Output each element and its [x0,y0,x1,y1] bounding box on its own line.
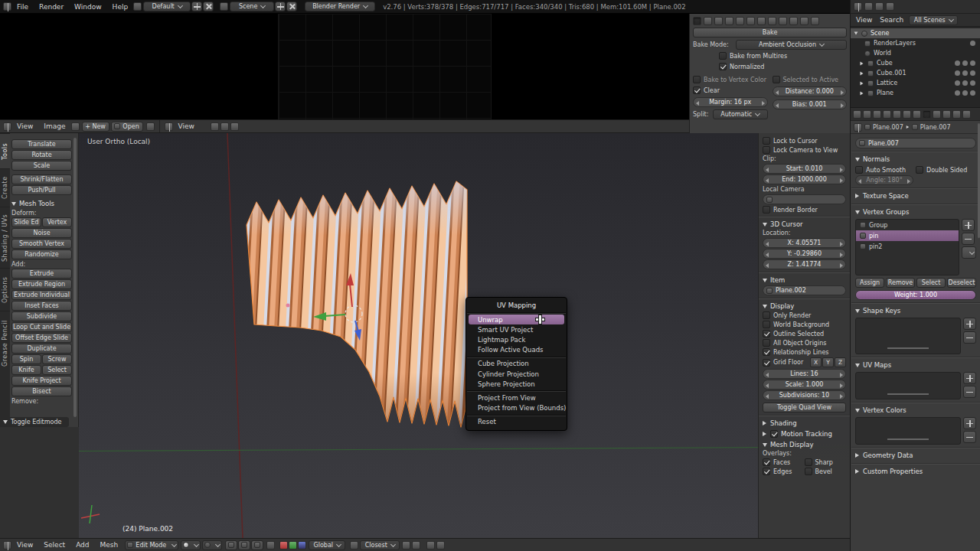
orientation-dropdown[interactable]: Global [309,540,345,550]
renderability-icon[interactable] [970,60,975,66]
selectability-icon[interactable] [962,60,968,66]
screw-button[interactable]: Screw [42,354,72,364]
mesh-display-panel-header[interactable]: Mesh Display [763,439,846,450]
clear-checkbox[interactable]: Clear [693,86,768,94]
modifiers-tab-icon[interactable] [757,17,766,25]
render-restrict-icon[interactable] [970,41,975,46]
menu-item-sphere-projection[interactable]: Sphere Projection [467,379,566,389]
render-engine-selector[interactable]: Blender Render [305,2,375,11]
layout-add-button[interactable] [191,2,202,11]
constraints-tab-icon[interactable] [903,110,911,119]
grid-floor-checkbox[interactable]: Grid Floor [763,359,809,367]
snap-element-icon[interactable] [402,541,410,549]
expand-icon[interactable] [861,81,864,85]
image-open-button[interactable]: Open [111,122,143,132]
extrude-button[interactable]: Extrude [11,269,72,279]
lock-to-cursor-checkbox[interactable]: Lock to Cursor [763,137,846,145]
shrink-flatten-button[interactable]: Shrink/Flatten [11,174,72,184]
cursor-y-field[interactable]: Y: -0.29860 [763,249,846,259]
image-menu-image[interactable]: Image [38,120,70,132]
view-menu[interactable]: View [11,539,38,551]
render-opengl-icon[interactable] [426,541,435,549]
vertex-select-mode-button[interactable] [225,540,237,550]
extrude-region-button[interactable]: Extrude Region [11,279,72,289]
menu-item-project-from-view[interactable]: Project From View [467,393,566,403]
toggle-quad-view-button[interactable]: Toggle Quad View [763,403,846,412]
mesh-object-plane002[interactable] [247,181,467,427]
last-operator-panel[interactable]: Toggle Editmode [0,417,69,427]
data-tab-icon[interactable] [923,110,931,119]
split-dropdown[interactable]: Automatic [713,109,768,119]
auto-smooth-angle-field[interactable]: Angle: 180° [855,175,913,185]
select-menu[interactable]: Select [38,539,70,551]
group-specials-button[interactable] [962,246,976,259]
particles-tab-icon[interactable] [800,17,808,25]
selectability-icon[interactable] [962,90,968,96]
custom-properties-panel-header[interactable]: Custom Properties [855,466,976,477]
editor-type-icon[interactable] [3,541,11,549]
spin-button[interactable]: Spin [11,354,41,364]
bake-button[interactable]: Bake [693,28,847,37]
item-name-field[interactable]: Plane.002 [763,285,846,295]
visibility-icon[interactable] [955,60,960,66]
outliner-item-renderlayers[interactable]: RenderLayers [851,38,980,48]
layout-selector[interactable]: Default [143,2,191,11]
grid-subdivisions-field[interactable]: Subdivisions: 10 [763,390,846,400]
push-pull-button[interactable]: Push/Pull [11,185,72,195]
texture-space-panel-header[interactable]: Texture Space [855,191,976,201]
vertex-group-item-active[interactable]: pin [856,230,959,241]
render-opengl-anim-icon[interactable] [436,541,445,549]
visibility-icon[interactable] [955,90,960,96]
manipulator-translate-icon[interactable] [279,541,288,549]
outliner-item-cube001[interactable]: Cube.001 [851,68,980,78]
physics-tab-icon[interactable] [811,17,819,25]
tab-grease-pencil[interactable]: Grease Pencil [0,311,10,375]
clip-grid-icon[interactable] [220,122,229,131]
remove-group-button[interactable] [962,233,975,245]
world-background-checkbox[interactable]: World Background [763,321,846,328]
add-shape-key-button[interactable] [963,318,976,330]
cursor-z-field[interactable]: Z: 1.41774 [763,259,846,269]
outliner-item-world[interactable]: World [851,48,980,58]
bias-field[interactable]: Bias: 0.001 [773,99,848,109]
outliner-filter-icon[interactable] [864,2,873,11]
scale-button[interactable]: Scale [11,161,72,171]
pin-icon[interactable] [146,122,155,131]
mesh-name-field[interactable]: Plane.007 [855,138,976,148]
lock-camera-checkbox[interactable]: Lock Camera to View [763,146,846,154]
pivot-dropdown[interactable] [202,540,222,550]
object-tab-icon[interactable] [893,110,901,119]
menu-item-unwrap[interactable]: Unwrap [469,315,564,324]
add-menu[interactable]: Add [70,539,94,551]
outliner-view-menu[interactable]: View [852,14,876,26]
editor-type-icon[interactable] [854,2,862,11]
vertex-groups-panel-header[interactable]: Vertex Groups [855,207,976,217]
outliner-item-cube[interactable]: Cube [851,58,980,68]
menu-item-cylinder-projection[interactable]: Cylinder Projection [467,369,566,379]
clip-marker-icon[interactable] [230,122,239,131]
proportional-edit-icon[interactable] [412,541,420,549]
clip-menu-view[interactable]: View [173,120,200,132]
menu-item-project-from-view-bounds[interactable]: Project from View (Bounds) [467,403,566,413]
tab-shading-uvs[interactable]: Shading / UVs [0,207,10,268]
image-browse-icon[interactable] [71,122,80,131]
outline-selected-checkbox[interactable]: Outline Selected [763,330,846,337]
vertex-group-item[interactable]: Group [856,220,959,230]
select-button[interactable]: Select [916,278,946,288]
weight-slider[interactable]: Weight: 1.000 [855,290,976,300]
knife-button[interactable]: Knife [11,365,41,375]
outliner-restrict-icon[interactable] [875,2,884,11]
display-panel-header[interactable]: Display [763,301,846,311]
grid-axis-x-toggle[interactable]: X [810,357,822,367]
translate-button[interactable]: Translate [11,139,72,149]
render-tab-icon[interactable] [853,110,861,119]
renderability-icon[interactable] [970,80,975,86]
geometry-data-panel-header[interactable]: Geometry Data [855,450,976,461]
manipulator-rotate-icon[interactable] [289,541,297,549]
tab-options[interactable]: Options [0,268,10,311]
overlay-sharp-checkbox[interactable]: Sharp [805,458,847,466]
selected-to-active-checkbox[interactable]: Selected to Active [773,76,848,83]
face-select-mode-button[interactable] [251,540,263,550]
rotate-button[interactable]: Rotate [11,150,72,160]
clip-end-field[interactable]: End: 1000.000 [763,174,846,184]
